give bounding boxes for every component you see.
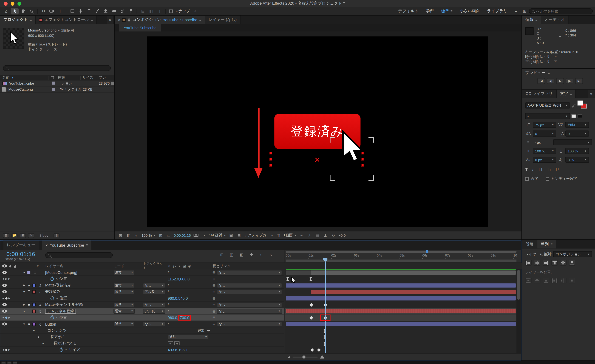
close-icon[interactable]: × [118, 18, 120, 22]
workspace-overflow-chevrons[interactable]: » [511, 7, 520, 15]
property-label[interactable]: サイズ [69, 347, 80, 352]
rotate-tool[interactable]: ↻ [40, 8, 48, 14]
tab-layer-viewer[interactable]: レイヤー (なし) [205, 16, 241, 24]
current-time-indicator-line[interactable] [325, 262, 326, 353]
mode-select[interactable]: 通常▼ [113, 270, 135, 275]
roi-icon[interactable]: ⊡ [158, 233, 163, 238]
tab-paragraph[interactable]: 段落 [522, 240, 538, 248]
visibility-eye-icon[interactable] [2, 284, 7, 287]
visibility-eye-icon[interactable] [2, 303, 7, 306]
layer-color-chip[interactable] [32, 322, 35, 326]
layer-bar-1b[interactable] [311, 271, 516, 275]
mode-select[interactable]: 通常▼ [113, 302, 135, 307]
expand-arrow-icon[interactable]: ▼ [22, 323, 26, 325]
group-label[interactable]: コンテンツ [48, 328, 67, 333]
expand-arrow-icon[interactable]: ▼ [37, 336, 40, 338]
label-chip[interactable] [52, 88, 55, 91]
layer-color-chip[interactable] [32, 303, 35, 306]
shape-blend-mode-select[interactable]: 通常▼ [168, 335, 209, 339]
pixel-aspect-icon[interactable]: ⌐ [299, 233, 305, 238]
add-keyframe-icon[interactable] [5, 316, 8, 319]
layer-row-5-selected[interactable]: ▼ T 5 チャンネル登録 通常▼ アル反▼ / ◎なし▼ [0, 308, 284, 315]
tab-project[interactable]: プロジェクト≡ [0, 16, 35, 24]
transparency-grid-icon[interactable]: ▣ [228, 233, 234, 238]
next-keyframe-icon[interactable]: ▶ [8, 277, 10, 280]
position-x-value[interactable]: 960.0, [168, 315, 178, 320]
baseline-shift-select[interactable]: 0 px▼ [533, 157, 556, 163]
column-parent-link[interactable]: 親とリンク [212, 263, 285, 268]
position-value[interactable]: 1152.0,686.0 [168, 277, 190, 281]
bottom-icon-2[interactable] [7, 361, 12, 364]
keyframe-diamond[interactable] [310, 303, 313, 307]
group-row-rectangle-path-1[interactable]: ▼ 長方形パス 1 ⇆ ⇉ [0, 340, 284, 347]
zoom-window-button[interactable] [18, 2, 21, 6]
resolution-select[interactable]: 1/4 画質▼ [209, 233, 226, 238]
timeline-zoom-slider[interactable] [292, 357, 318, 358]
column-size[interactable]: サイズ [81, 75, 97, 80]
puppet-pin-tool[interactable] [127, 8, 135, 14]
motion-blur-icon[interactable]: ◐ [258, 253, 264, 257]
mode-select[interactable]: 通常▼ [113, 289, 135, 294]
align-top-button[interactable] [552, 260, 558, 266]
mode-select[interactable]: 通常▼ [113, 283, 135, 288]
zoom-out-mountain-icon[interactable] [288, 356, 290, 358]
align-h-center-button[interactable] [534, 260, 540, 266]
panel-menu-icon[interactable]: ≡ [30, 18, 32, 21]
fast-preview-icon[interactable]: ⚡ [307, 233, 312, 238]
next-keyframe-icon[interactable]: ▶ [8, 297, 10, 300]
timeline-search-box[interactable] [45, 252, 113, 258]
tab-info[interactable]: 情報≡ [522, 16, 541, 24]
position-value[interactable]: 960.0,540.0 [168, 296, 188, 301]
exposure-value[interactable]: +0.0 [339, 233, 346, 238]
stopwatch-icon[interactable] [50, 277, 54, 280]
parent-select[interactable]: なし▼ [217, 289, 282, 294]
parent-select[interactable]: なし▼ [217, 270, 282, 275]
eyedropper-icon[interactable]: ◐ [134, 233, 139, 238]
parent-select[interactable]: なし▼ [217, 322, 282, 327]
tsume-select[interactable]: 0 %▼ [566, 157, 589, 163]
snapshot-camera-icon[interactable] [193, 233, 199, 238]
quality-switch-icon[interactable]: / [168, 302, 169, 307]
quality-switch-icon[interactable]: / [168, 283, 169, 287]
quality-switch-icon[interactable]: / [168, 309, 169, 313]
quality-switch-icon[interactable]: / [168, 290, 169, 294]
layer-bar-4[interactable] [286, 296, 516, 301]
faux-bold-icon[interactable]: T [525, 167, 528, 172]
tracking-alt-select[interactable]: 0▼ [566, 131, 589, 137]
quality-switch-icon[interactable]: / [168, 322, 169, 326]
tab-render-queue[interactable]: レンダーキュー [3, 241, 39, 250]
workspace-standard[interactable]: 標準≡ [438, 7, 456, 15]
roto-brush-tool[interactable] [119, 8, 127, 14]
layer-name[interactable]: Button [45, 322, 56, 326]
timeline-track-area[interactable] [285, 269, 516, 353]
layer-bar-2[interactable] [286, 283, 516, 288]
home-icon[interactable]: ⌂ [2, 8, 10, 14]
panel-menu-icon[interactable]: ≡ [548, 71, 550, 75]
flowchart-icon[interactable]: ♟ [323, 233, 328, 238]
link-dimensions-icon[interactable]: ∾ [64, 348, 67, 351]
panel-menu-icon[interactable]: ≡ [86, 243, 88, 247]
expand-arrow-icon[interactable]: ▶ [22, 284, 26, 287]
time-navigator-bar[interactable] [286, 251, 517, 253]
first-frame-button[interactable]: |◀ [537, 78, 545, 84]
leading-select[interactable]: ▼ [553, 139, 592, 145]
small-fill-swatch[interactable] [571, 114, 576, 118]
project-bit-depth[interactable]: 8 bpc [40, 233, 48, 238]
column-layer-name[interactable]: レイヤー名 [45, 263, 112, 268]
last-frame-button[interactable]: ▶| [575, 78, 583, 84]
close-window-button[interactable] [4, 2, 7, 6]
pickwhip-icon[interactable]: ◎ [212, 283, 215, 287]
layer-bar-6[interactable] [286, 322, 516, 326]
property-label[interactable]: 位置 [59, 315, 67, 320]
next-frame-button[interactable]: |▶ [566, 78, 574, 84]
add-keyframe-icon[interactable] [5, 277, 8, 280]
parent-select[interactable]: なし▼ [217, 308, 282, 314]
comp-canvas[interactable]: 登録済み [147, 36, 488, 227]
workspace-small-screen[interactable]: 小さい画面 [456, 7, 483, 15]
exposure-reset-icon[interactable]: ↻ [331, 233, 336, 238]
layer-row-2[interactable]: ▶ ★ 2 Matte-登録済み 通常▼ なし▼ / ◎なし▼ [0, 282, 284, 289]
panel-overflow-chevrons[interactable]: » [588, 90, 595, 98]
visibility-eye-icon[interactable] [2, 310, 7, 313]
expand-arrow-icon[interactable]: ▼ [32, 329, 35, 332]
next-keyframe-icon[interactable]: ▶ [8, 348, 10, 351]
